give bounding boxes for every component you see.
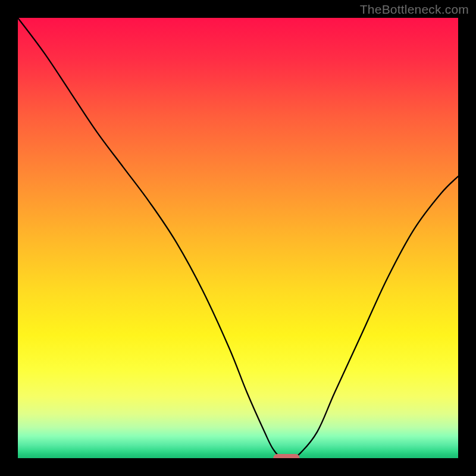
bottleneck-curve-path: [18, 18, 458, 458]
optimal-marker: [273, 454, 299, 458]
plot-area: [18, 18, 458, 458]
curve-svg: [18, 18, 458, 458]
chart-outer: TheBottleneck.com: [0, 0, 476, 476]
watermark-text: TheBottleneck.com: [360, 2, 469, 17]
